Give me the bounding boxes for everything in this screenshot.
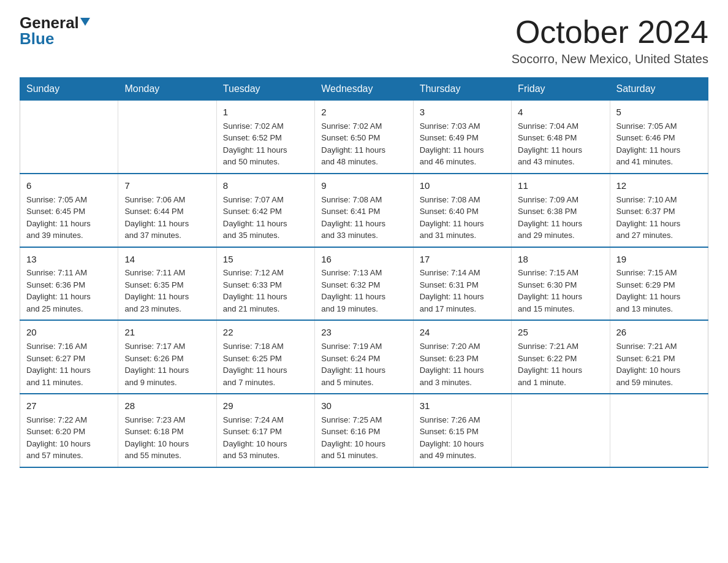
day-info: Sunrise: 7:02 AM Sunset: 6:52 PM Dayligh… xyxy=(223,120,308,168)
day-info: Sunrise: 7:21 AM Sunset: 6:21 PM Dayligh… xyxy=(616,340,702,388)
calendar-header: SundayMondayTuesdayWednesdayThursdayFrid… xyxy=(20,78,708,101)
calendar-cell: 4Sunrise: 7:04 AM Sunset: 6:48 PM Daylig… xyxy=(512,101,610,174)
calendar-table: SundayMondayTuesdayWednesdayThursdayFrid… xyxy=(20,77,708,468)
calendar-cell: 24Sunrise: 7:20 AM Sunset: 6:23 PM Dayli… xyxy=(413,320,511,394)
calendar-cell: 9Sunrise: 7:08 AM Sunset: 6:41 PM Daylig… xyxy=(315,174,413,247)
title-area: October 2024 Socorro, New Mexico, United… xyxy=(512,15,708,66)
day-number: 26 xyxy=(616,326,702,339)
logo-triangle-icon xyxy=(80,18,90,26)
calendar-cell: 12Sunrise: 7:10 AM Sunset: 6:37 PM Dayli… xyxy=(610,174,708,247)
day-info: Sunrise: 7:22 AM Sunset: 6:20 PM Dayligh… xyxy=(26,414,112,462)
day-number: 18 xyxy=(518,253,603,266)
day-info: Sunrise: 7:04 AM Sunset: 6:48 PM Dayligh… xyxy=(518,120,603,168)
calendar-cell: 10Sunrise: 7:08 AM Sunset: 6:40 PM Dayli… xyxy=(413,174,511,247)
day-number: 19 xyxy=(616,253,702,266)
day-number: 22 xyxy=(223,326,308,339)
calendar-cell: 11Sunrise: 7:09 AM Sunset: 6:38 PM Dayli… xyxy=(512,174,610,247)
calendar-cell: 14Sunrise: 7:11 AM Sunset: 6:35 PM Dayli… xyxy=(118,247,216,321)
month-title: October 2024 xyxy=(512,15,708,50)
week-row-1: 1Sunrise: 7:02 AM Sunset: 6:52 PM Daylig… xyxy=(20,101,708,174)
day-number: 29 xyxy=(223,399,308,413)
day-number: 15 xyxy=(223,253,308,266)
day-number: 3 xyxy=(420,105,505,119)
day-info: Sunrise: 7:26 AM Sunset: 6:15 PM Dayligh… xyxy=(420,414,505,462)
day-number: 28 xyxy=(124,399,210,413)
day-number: 21 xyxy=(124,326,210,339)
calendar-cell: 16Sunrise: 7:13 AM Sunset: 6:32 PM Dayli… xyxy=(315,247,413,321)
calendar-cell: 3Sunrise: 7:03 AM Sunset: 6:49 PM Daylig… xyxy=(413,101,511,174)
day-number: 11 xyxy=(518,179,603,193)
day-info: Sunrise: 7:10 AM Sunset: 6:37 PM Dayligh… xyxy=(616,194,702,242)
day-number: 4 xyxy=(518,105,603,119)
day-info: Sunrise: 7:05 AM Sunset: 6:46 PM Dayligh… xyxy=(616,120,702,168)
calendar-cell: 26Sunrise: 7:21 AM Sunset: 6:21 PM Dayli… xyxy=(610,320,708,394)
day-info: Sunrise: 7:11 AM Sunset: 6:36 PM Dayligh… xyxy=(26,267,112,315)
calendar-body: 1Sunrise: 7:02 AM Sunset: 6:52 PM Daylig… xyxy=(20,101,708,467)
calendar-cell: 6Sunrise: 7:05 AM Sunset: 6:45 PM Daylig… xyxy=(20,174,118,247)
day-number: 20 xyxy=(26,326,112,339)
calendar-cell: 1Sunrise: 7:02 AM Sunset: 6:52 PM Daylig… xyxy=(216,101,314,174)
day-info: Sunrise: 7:18 AM Sunset: 6:25 PM Dayligh… xyxy=(223,340,308,388)
calendar-cell xyxy=(20,101,118,174)
day-number: 24 xyxy=(420,326,505,339)
calendar-cell: 20Sunrise: 7:16 AM Sunset: 6:27 PM Dayli… xyxy=(20,320,118,394)
day-number: 8 xyxy=(223,179,308,193)
day-info: Sunrise: 7:15 AM Sunset: 6:29 PM Dayligh… xyxy=(616,267,702,315)
day-info: Sunrise: 7:08 AM Sunset: 6:40 PM Dayligh… xyxy=(420,194,505,242)
header-day-monday: Monday xyxy=(118,78,216,101)
day-info: Sunrise: 7:25 AM Sunset: 6:16 PM Dayligh… xyxy=(321,414,406,462)
day-info: Sunrise: 7:13 AM Sunset: 6:32 PM Dayligh… xyxy=(321,267,406,315)
day-number: 9 xyxy=(321,179,406,193)
day-info: Sunrise: 7:14 AM Sunset: 6:31 PM Dayligh… xyxy=(420,267,505,315)
calendar-cell: 30Sunrise: 7:25 AM Sunset: 6:16 PM Dayli… xyxy=(315,394,413,467)
calendar-cell: 5Sunrise: 7:05 AM Sunset: 6:46 PM Daylig… xyxy=(610,101,708,174)
calendar-cell: 2Sunrise: 7:02 AM Sunset: 6:50 PM Daylig… xyxy=(315,101,413,174)
calendar-cell xyxy=(610,394,708,467)
calendar-cell: 29Sunrise: 7:24 AM Sunset: 6:17 PM Dayli… xyxy=(216,394,314,467)
calendar-cell: 28Sunrise: 7:23 AM Sunset: 6:18 PM Dayli… xyxy=(118,394,216,467)
calendar-cell xyxy=(118,101,216,174)
day-info: Sunrise: 7:11 AM Sunset: 6:35 PM Dayligh… xyxy=(124,267,210,315)
day-info: Sunrise: 7:24 AM Sunset: 6:17 PM Dayligh… xyxy=(223,414,308,462)
day-number: 25 xyxy=(518,326,603,339)
day-info: Sunrise: 7:15 AM Sunset: 6:30 PM Dayligh… xyxy=(518,267,603,315)
day-number: 14 xyxy=(124,253,210,266)
calendar-cell: 31Sunrise: 7:26 AM Sunset: 6:15 PM Dayli… xyxy=(413,394,511,467)
header-row: SundayMondayTuesdayWednesdayThursdayFrid… xyxy=(20,78,708,101)
header-day-thursday: Thursday xyxy=(413,78,511,101)
day-info: Sunrise: 7:19 AM Sunset: 6:24 PM Dayligh… xyxy=(321,340,406,388)
calendar-cell: 19Sunrise: 7:15 AM Sunset: 6:29 PM Dayli… xyxy=(610,247,708,321)
day-info: Sunrise: 7:02 AM Sunset: 6:50 PM Dayligh… xyxy=(321,120,406,168)
day-number: 13 xyxy=(26,253,112,266)
day-number: 31 xyxy=(420,399,505,413)
day-number: 5 xyxy=(616,105,702,119)
calendar-cell: 21Sunrise: 7:17 AM Sunset: 6:26 PM Dayli… xyxy=(118,320,216,394)
calendar-cell: 22Sunrise: 7:18 AM Sunset: 6:25 PM Dayli… xyxy=(216,320,314,394)
day-number: 12 xyxy=(616,179,702,193)
day-info: Sunrise: 7:03 AM Sunset: 6:49 PM Dayligh… xyxy=(420,120,505,168)
calendar-cell: 7Sunrise: 7:06 AM Sunset: 6:44 PM Daylig… xyxy=(118,174,216,247)
calendar-cell: 17Sunrise: 7:14 AM Sunset: 6:31 PM Dayli… xyxy=(413,247,511,321)
header-day-tuesday: Tuesday xyxy=(216,78,314,101)
day-number: 30 xyxy=(321,399,406,413)
day-info: Sunrise: 7:16 AM Sunset: 6:27 PM Dayligh… xyxy=(26,340,112,388)
header: General Blue October 2024 Socorro, New M… xyxy=(20,15,708,66)
calendar-cell: 23Sunrise: 7:19 AM Sunset: 6:24 PM Dayli… xyxy=(315,320,413,394)
day-number: 7 xyxy=(124,179,210,193)
week-row-5: 27Sunrise: 7:22 AM Sunset: 6:20 PM Dayli… xyxy=(20,394,708,467)
week-row-2: 6Sunrise: 7:05 AM Sunset: 6:45 PM Daylig… xyxy=(20,174,708,247)
day-number: 23 xyxy=(321,326,406,339)
calendar-cell: 15Sunrise: 7:12 AM Sunset: 6:33 PM Dayli… xyxy=(216,247,314,321)
day-info: Sunrise: 7:17 AM Sunset: 6:26 PM Dayligh… xyxy=(124,340,210,388)
header-day-wednesday: Wednesday xyxy=(315,78,413,101)
day-info: Sunrise: 7:23 AM Sunset: 6:18 PM Dayligh… xyxy=(124,414,210,462)
calendar-cell: 13Sunrise: 7:11 AM Sunset: 6:36 PM Dayli… xyxy=(20,247,118,321)
week-row-4: 20Sunrise: 7:16 AM Sunset: 6:27 PM Dayli… xyxy=(20,320,708,394)
calendar-cell xyxy=(512,394,610,467)
day-number: 10 xyxy=(420,179,505,193)
day-info: Sunrise: 7:12 AM Sunset: 6:33 PM Dayligh… xyxy=(223,267,308,315)
day-info: Sunrise: 7:07 AM Sunset: 6:42 PM Dayligh… xyxy=(223,194,308,242)
day-number: 16 xyxy=(321,253,406,266)
calendar-cell: 18Sunrise: 7:15 AM Sunset: 6:30 PM Dayli… xyxy=(512,247,610,321)
day-info: Sunrise: 7:09 AM Sunset: 6:38 PM Dayligh… xyxy=(518,194,603,242)
